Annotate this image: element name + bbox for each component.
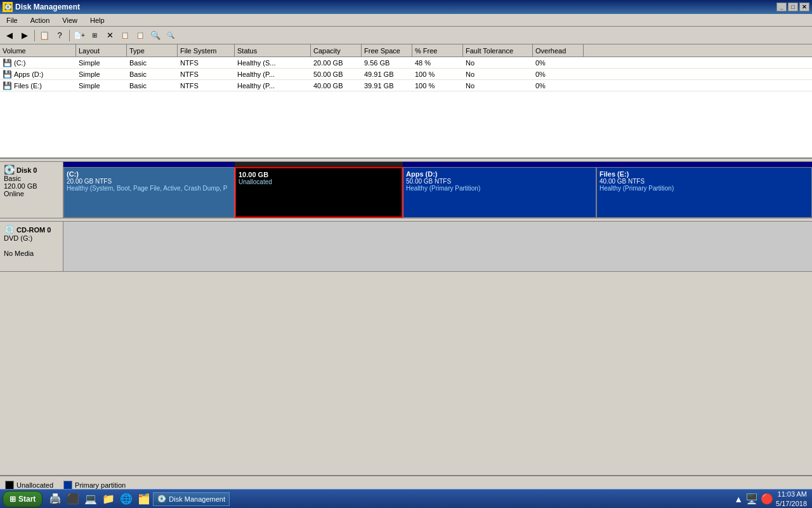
cell-overhead-1: 0%: [533, 70, 584, 79]
cell-overhead-0: 0%: [533, 58, 584, 67]
close-button[interactable]: ✕: [799, 3, 809, 11]
delete-button[interactable]: ✕: [103, 29, 117, 43]
col-header-status[interactable]: Status: [235, 44, 311, 57]
disk-0-partitions: (C:) 20.00 GB NTFS Healthy (System, Boot…: [63, 162, 812, 218]
toolbar-separator-2: [69, 30, 70, 41]
show-console-button[interactable]: 📋: [37, 29, 51, 43]
cell-percentfree-0: 48 %: [412, 58, 463, 67]
legend-unalloc-label: Unallocated: [16, 481, 53, 489]
cell-volume-0: 💾(C:): [0, 58, 76, 68]
menu-file[interactable]: File: [3, 15, 22, 25]
window-controls: _ □ ✕: [776, 3, 809, 11]
taskbar-icon-3[interactable]: 💻: [83, 491, 98, 507]
cell-capacity-2: 40.00 GB: [311, 81, 362, 90]
col-header-filesystem[interactable]: File System: [178, 44, 235, 57]
task-icon: 💽: [157, 495, 166, 503]
disk-0-partition-row: (C:) 20.00 GB NTFS Healthy (System, Boot…: [63, 167, 812, 218]
filter-button[interactable]: 🔍: [164, 29, 178, 43]
forward-button[interactable]: ▶: [18, 29, 32, 43]
grid-button[interactable]: ⊞: [88, 29, 102, 43]
partition-c-cell[interactable]: (C:) 20.00 GB NTFS Healthy (System, Boot…: [63, 167, 235, 218]
clock[interactable]: 11:03 AM 5/17/2018: [776, 490, 807, 508]
cell-type-1: Basic: [127, 70, 178, 79]
properties-button[interactable]: 📋: [133, 29, 147, 43]
bar-files: [596, 162, 812, 167]
clock-time: 11:03 AM: [776, 490, 807, 498]
cell-faulttolerance-0: No: [463, 58, 533, 67]
main-area: Volume Layout Type File System Status Ca…: [0, 44, 812, 475]
cell-status-2: Healthy (P...: [235, 81, 311, 90]
col-header-faulttolerance[interactable]: Fault Tolerance: [463, 44, 533, 57]
bar-unalloc: [235, 162, 403, 167]
cell-freespace-1: 49.91 GB: [362, 70, 412, 79]
legend-unalloc-box: [5, 481, 14, 490]
new-volume-button[interactable]: 📄+: [72, 29, 86, 43]
menu-view[interactable]: View: [58, 15, 81, 25]
partition-files-cell[interactable]: Files (E:) 40.00 GB NTFS Healthy (Primar…: [596, 167, 812, 218]
cell-percentfree-1: 100 %: [412, 70, 463, 79]
disk-0-type: Basic: [4, 175, 59, 182]
maximize-button[interactable]: □: [788, 3, 798, 11]
menu-help[interactable]: Help: [86, 15, 108, 25]
cell-filesystem-0: NTFS: [178, 58, 235, 67]
network-icon[interactable]: 🖥️: [745, 493, 758, 505]
cell-percentfree-2: 100 %: [412, 81, 463, 90]
list-header: Volume Layout Type File System Status Ca…: [0, 44, 812, 57]
col-header-freespace[interactable]: Free Space: [362, 44, 412, 57]
taskbar-arrow-icon[interactable]: ▲: [734, 494, 743, 504]
taskbar-task-diskmgmt[interactable]: 💽 Disk Management: [153, 492, 230, 506]
search-button[interactable]: 🔍: [148, 29, 162, 43]
partition-apps-cell[interactable]: Apps (D:) 50.00 GB NTFS Healthy (Primary…: [403, 167, 596, 218]
cdrom-0-content: [63, 222, 812, 271]
taskbar-icon-6[interactable]: 🗂️: [136, 491, 152, 507]
start-button[interactable]: ⊞ Start: [3, 491, 43, 507]
col-header-type[interactable]: Type: [127, 44, 178, 57]
toolbar: ◀ ▶ 📋 ? 📄+ ⊞ ✕ 📋 📋 🔍 🔍: [0, 27, 812, 44]
cdrom-drive-type: DVD (G:): [4, 234, 59, 242]
cell-freespace-2: 39.91 GB: [362, 81, 412, 90]
list-row-0[interactable]: 💾(C:) Simple Basic NTFS Healthy (S... 20…: [0, 57, 812, 69]
toolbar-separator-1: [34, 30, 35, 41]
taskbar: ⊞ Start 🖨️ ⬛ 💻 📁 🌐 🗂️ 💽 Disk Management …: [0, 489, 812, 508]
taskbar-icon-1[interactable]: 🖨️: [48, 491, 63, 507]
copy-button[interactable]: 📋: [118, 29, 132, 43]
col-header-capacity[interactable]: Capacity: [311, 44, 362, 57]
list-row-2[interactable]: 💾Files (E:) Simple Basic NTFS Healthy (P…: [0, 80, 812, 91]
bar-c: [63, 162, 235, 167]
minimize-button[interactable]: _: [776, 3, 787, 11]
battery-icon[interactable]: 🔴: [761, 493, 773, 505]
list-rows: 💾(C:) Simple Basic NTFS Healthy (S... 20…: [0, 57, 812, 91]
list-row-1[interactable]: 💾Apps (D:) Simple Basic NTFS Healthy (P.…: [0, 69, 812, 80]
cdrom-icon-name: 💿 CD-ROM 0: [4, 224, 59, 234]
task-label: Disk Management: [169, 495, 225, 503]
legend-primary: Primary partition: [63, 481, 126, 490]
disk-0-label: 💽 Disk 0 Basic 120.00 GB Online: [0, 162, 63, 218]
disk-0-bar: [63, 162, 812, 167]
clock-date: 5/17/2018: [776, 499, 807, 508]
col-header-volume[interactable]: Volume: [0, 44, 76, 57]
col-header-percentfree[interactable]: % Free: [412, 44, 463, 57]
taskbar-icon-4[interactable]: 📁: [101, 491, 116, 507]
back-button[interactable]: ◀: [3, 29, 16, 43]
partition-c-status: Healthy (System, Boot, Page File, Active…: [67, 185, 232, 192]
help-button[interactable]: ?: [53, 29, 67, 43]
menu-action[interactable]: Action: [27, 15, 54, 25]
partition-unalloc-size: 10.00 GB: [239, 171, 399, 178]
cell-status-1: Healthy (P...: [235, 70, 311, 79]
menu-bar: File Action View Help: [0, 14, 812, 27]
cell-layout-0: Simple: [76, 58, 127, 67]
disk-0-icon-name: 💽 Disk 0: [4, 164, 59, 175]
list-view: Volume Layout Type File System Status Ca…: [0, 44, 812, 159]
cell-status-0: Healthy (S...: [235, 58, 311, 67]
taskbar-icon-5[interactable]: 🌐: [119, 491, 134, 507]
col-header-overhead[interactable]: Overhead: [533, 44, 584, 57]
taskbar-icon-2[interactable]: ⬛: [65, 491, 81, 507]
legend-primary-box: [63, 481, 72, 490]
cell-type-0: Basic: [127, 58, 178, 67]
taskbar-quick-launch: 🖨️ ⬛ 💻 📁 🌐 🗂️: [48, 491, 152, 507]
title-bar: 💽 Disk Management _ □ ✕: [0, 0, 812, 14]
partition-unallocated-cell[interactable]: 10.00 GB Unallocated: [235, 167, 403, 218]
cell-type-2: Basic: [127, 81, 178, 90]
cell-filesystem-1: NTFS: [178, 70, 235, 79]
col-header-layout[interactable]: Layout: [76, 44, 127, 57]
